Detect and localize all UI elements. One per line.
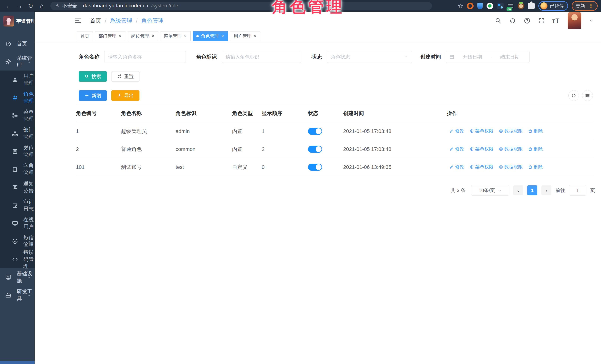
bookmark-star-icon[interactable]: ☆ (458, 2, 463, 10)
hamburger-icon[interactable] (74, 17, 82, 24)
close-icon[interactable]: × (184, 33, 187, 39)
action-数据权限[interactable]: 数据权限 (499, 128, 523, 134)
browser-extensions-area: ☆ on 已暂停 更新 ⋮ (458, 1, 598, 11)
action-数据权限[interactable]: 数据权限 (499, 164, 523, 170)
search-button[interactable]: 搜索 (79, 71, 107, 82)
action-数据权限[interactable]: 数据权限 (499, 146, 523, 152)
sidebar-item-online[interactable]: 在线用户 (0, 214, 35, 232)
reset-button[interactable]: 重置 (111, 71, 140, 82)
sidebar-item-devtools[interactable]: 研发工具 (0, 286, 35, 304)
sidebar-item-dept[interactable]: 部门管理 (0, 124, 35, 142)
browser-forward-icon[interactable]: → (14, 1, 24, 10)
goto-page-input[interactable] (569, 185, 586, 196)
extensions-puzzle-icon[interactable] (528, 3, 535, 9)
role-key-input[interactable] (222, 51, 301, 63)
code-icon (12, 256, 18, 262)
table-row: 101测试账号test自定义02021-01-06 13:49:35修改菜单权限… (76, 158, 593, 176)
status-toggle[interactable] (308, 128, 322, 135)
ring-icon (470, 165, 474, 169)
close-icon[interactable]: × (254, 33, 257, 39)
next-page-button[interactable]: › (541, 185, 551, 195)
tab-首页[interactable]: 首页 (77, 31, 93, 41)
prev-page-button[interactable]: ‹ (513, 185, 523, 195)
cell: 0 (262, 158, 308, 176)
end-date-placeholder[interactable]: 结束日期 (494, 54, 526, 60)
sidebar-logo-row[interactable]: 芋道管理系统 (0, 12, 35, 30)
browser-menu-kebab-icon[interactable]: ⋮ (588, 3, 594, 9)
paused-label: 已暂停 (550, 3, 564, 9)
status-toggle[interactable] (308, 146, 322, 153)
sidebar-item-home[interactable]: 首页 (0, 35, 35, 53)
audit-log-icon (12, 202, 18, 208)
add-button[interactable]: 新增 (79, 90, 107, 101)
sidebar-item-label: 角色管理 (23, 90, 35, 105)
sidebar-item-post[interactable]: 岗位管理 (0, 142, 35, 160)
tab-菜单管理[interactable]: 菜单管理× (160, 31, 190, 41)
page-size-select[interactable]: 10条/页 (471, 185, 509, 196)
chevron-down-icon[interactable] (589, 18, 594, 23)
action-删除[interactable]: 删除 (528, 128, 543, 134)
browser-reload-icon[interactable]: ↻ (26, 1, 36, 10)
font-size-icon[interactable]: тT (552, 17, 560, 24)
fullscreen-icon[interactable] (538, 17, 545, 24)
action-修改[interactable]: 修改 (450, 128, 464, 134)
breadcrumb-separator: / (105, 18, 106, 24)
extension-dark-lines-icon[interactable]: on (507, 3, 514, 9)
not-secure-warning-icon[interactable]: ⚠ (55, 3, 60, 9)
breadcrumb-item[interactable]: 首页 (90, 17, 101, 24)
breadcrumb-item[interactable]: 系统管理 (110, 17, 132, 24)
browser-home-icon[interactable]: ⌂ (37, 1, 47, 10)
user-avatar[interactable] (568, 12, 581, 29)
status-toggle[interactable] (308, 164, 322, 171)
sidebar-item-dict[interactable]: 字典管理 (0, 160, 35, 178)
profile-paused-button[interactable]: 已暂停 (538, 1, 568, 11)
tab-用户管理[interactable]: 用户管理× (230, 31, 260, 41)
sidebar-item-system[interactable]: 系统管理 (0, 53, 35, 70)
refresh-table-button[interactable] (568, 90, 579, 101)
range-separator: - (491, 54, 492, 60)
sidebar-item-sms[interactable]: 短信管理 (0, 232, 35, 250)
breadcrumb-item[interactable]: 角色管理 (141, 17, 163, 24)
sidebar-item-user[interactable]: 用户管理 (0, 70, 35, 89)
status-select[interactable]: 角色状态 (327, 51, 412, 63)
extension-orange-ring-icon[interactable] (467, 3, 474, 9)
close-icon[interactable]: × (119, 33, 122, 39)
tab-岗位管理[interactable]: 岗位管理× (128, 31, 158, 41)
close-icon[interactable]: × (221, 33, 224, 39)
sidebar-item-infra[interactable]: 基础设施 (0, 268, 35, 286)
sidebar-item-audit[interactable]: 审计日志 (0, 196, 35, 214)
column-settings-button[interactable] (582, 90, 593, 101)
url-bar[interactable]: ⚠ 不安全 dashboard.yudao.iocoder.cn/system/… (50, 2, 432, 10)
github-icon[interactable] (509, 17, 516, 24)
create-time-range-picker[interactable]: 开始日期 - 结束日期 (446, 51, 530, 63)
tab-部门管理[interactable]: 部门管理× (95, 31, 125, 41)
browser-back-icon[interactable]: ← (3, 1, 13, 10)
extension-monkey-icon[interactable] (518, 3, 524, 9)
sidebar-item-notice[interactable]: 通知公告 (0, 178, 35, 196)
role-name-input[interactable] (104, 51, 186, 63)
extension-green-circle-icon[interactable] (487, 3, 493, 9)
page-1-button[interactable]: 1 (527, 185, 537, 195)
sidebar-item-label: 首页 (17, 40, 27, 47)
start-date-placeholder[interactable]: 开始日期 (456, 54, 489, 60)
export-button[interactable]: 导出 (111, 90, 140, 101)
action-修改[interactable]: 修改 (450, 164, 464, 170)
action-删除[interactable]: 删除 (528, 164, 543, 170)
browser-update-button[interactable]: 更新 ⋮ (572, 1, 598, 11)
close-icon[interactable]: × (151, 33, 154, 39)
action-修改[interactable]: 修改 (450, 146, 464, 152)
action-菜单权限[interactable]: 菜单权限 (470, 146, 494, 152)
cell: 101 (76, 158, 121, 176)
extension-blue-cubes-icon[interactable] (497, 3, 504, 9)
help-icon[interactable] (523, 17, 531, 24)
action-删除[interactable]: 删除 (528, 146, 543, 152)
tab-角色管理[interactable]: 角色管理× (193, 31, 228, 41)
sidebar-item-menu[interactable]: 菜单管理 (0, 107, 35, 124)
action-菜单权限[interactable]: 菜单权限 (470, 164, 494, 170)
extension-blue-shield-icon[interactable] (477, 3, 483, 9)
action-菜单权限[interactable]: 菜单权限 (470, 128, 494, 134)
search-icon[interactable] (494, 17, 502, 24)
dict-book-icon (12, 166, 18, 173)
sidebar-item-errcode[interactable]: 错误码管理 (0, 250, 35, 268)
sidebar-item-role[interactable]: 角色管理 (0, 89, 35, 107)
